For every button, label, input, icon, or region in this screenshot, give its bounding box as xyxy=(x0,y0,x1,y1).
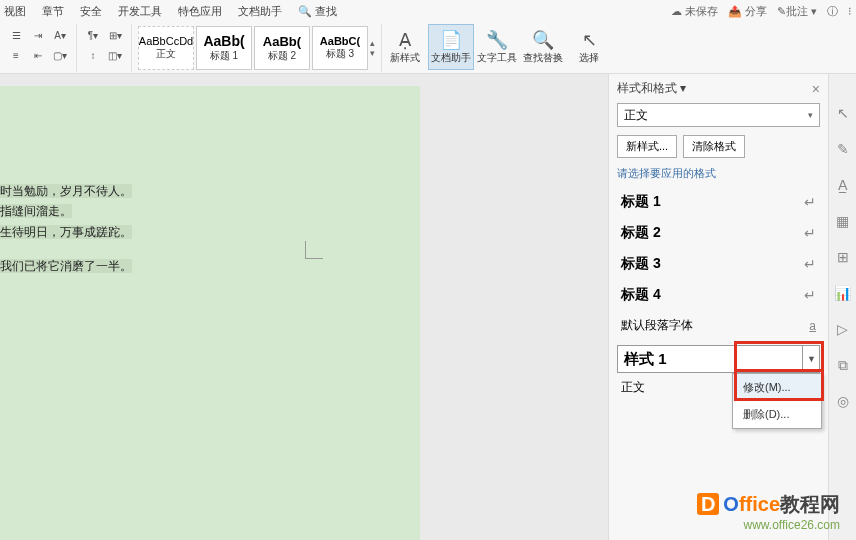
new-style-icon: Ạ xyxy=(399,29,411,51)
pointer-icon: ↖ xyxy=(582,29,597,51)
styles-panel: 样式和格式 ▾ × 正文▾ 新样式... 清除格式 请选择要应用的格式 标题 1… xyxy=(608,74,828,540)
style-item-h3[interactable]: 标题 3↵ xyxy=(617,249,820,280)
find-replace-button[interactable]: 🔍 查找替换 xyxy=(520,24,566,70)
context-menu: 修改(M)... 删除(D)... xyxy=(732,373,822,429)
bullets-icon[interactable]: ≡ xyxy=(6,46,26,64)
select-button[interactable]: ↖ 选择 xyxy=(566,24,612,70)
new-style-button[interactable]: Ạ 新样式 xyxy=(382,24,428,70)
new-style-btn[interactable]: 新样式... xyxy=(617,135,677,158)
outdent-icon[interactable]: ⇤ xyxy=(28,46,48,64)
watermark-url: www.office26.com xyxy=(697,518,840,532)
ribbon-toolbar: ☰ ⇥ A▾ ≡ ⇤ ▢▾ ¶▾ ⊞▾ ↕ ◫▾ AaBbCcDd 正 xyxy=(0,22,856,74)
menu-special[interactable]: 特色应用 xyxy=(178,4,222,19)
document-page: 时当勉励，岁月不待人。 指缝间溜走。 生待明日，万事成蹉跎。 我们已将它消磨了一… xyxy=(0,86,420,540)
style-h1[interactable]: AaBb( 标题 1 xyxy=(196,26,252,70)
play-icon[interactable]: ▷ xyxy=(834,320,852,338)
style-item-h4[interactable]: 标题 4↵ xyxy=(617,280,820,311)
menu-docassist[interactable]: 文档助手 xyxy=(238,4,282,19)
edit-icon[interactable]: ✎ xyxy=(834,140,852,158)
text-tool-button[interactable]: 🔧 文字工具 xyxy=(474,24,520,70)
sort-icon[interactable]: ↕ xyxy=(83,46,103,64)
menu-security[interactable]: 安全 xyxy=(80,4,102,19)
text-line[interactable]: 生待明日，万事成蹉跎。 xyxy=(0,225,132,239)
text-line[interactable]: 我们已将它消磨了一半。 xyxy=(0,259,132,273)
help-icon[interactable]: ⓘ xyxy=(827,4,838,19)
ctx-modify[interactable]: 修改(M)... xyxy=(733,374,821,401)
panel-title: 样式和格式 ▾ xyxy=(617,80,686,97)
logo-icon: D xyxy=(697,493,719,515)
format-icon[interactable]: ▢▾ xyxy=(50,46,70,64)
fill-icon[interactable]: ◫▾ xyxy=(105,46,125,64)
menu-bar: 视图 章节 安全 开发工具 特色应用 文档助手 🔍 查找 ☁ 未保存 📤 分享 … xyxy=(0,0,856,22)
style-select-box[interactable]: 样式 1 xyxy=(617,345,820,373)
style-item-default-font[interactable]: 默认段落字体a xyxy=(617,311,820,341)
doc-assist-icon: 📄 xyxy=(440,29,462,51)
unsaved-indicator[interactable]: ☁ 未保存 xyxy=(671,4,718,19)
chart-icon[interactable]: 📊 xyxy=(834,284,852,302)
doc-assist-button[interactable]: 📄 文档助手 xyxy=(428,24,474,70)
clear-format-btn[interactable]: 清除格式 xyxy=(683,135,745,158)
ctx-delete[interactable]: 删除(D)... xyxy=(733,401,821,428)
menu-view[interactable]: 视图 xyxy=(4,4,26,19)
close-icon[interactable]: × xyxy=(812,81,820,97)
search-button[interactable]: 🔍 查找 xyxy=(298,4,353,19)
right-rail: ↖ ✎ A̲ ▦ ⊞ 📊 ▷ ⧉ ◎ xyxy=(828,74,856,540)
style-h3[interactable]: AaBbC( 标题 3 xyxy=(312,26,368,70)
layout-icon[interactable]: ▦ xyxy=(834,212,852,230)
copy-icon[interactable]: ⧉ xyxy=(834,356,852,374)
style-item-h1[interactable]: 标题 1↵ xyxy=(617,187,820,218)
pointer-icon[interactable]: ↖ xyxy=(834,104,852,122)
font-icon[interactable]: A▾ xyxy=(50,26,70,44)
current-style-select[interactable]: 正文▾ xyxy=(617,103,820,127)
text-line[interactable]: 时当勉励，岁月不待人。 xyxy=(0,184,132,198)
list-icon[interactable]: ☰ xyxy=(6,26,26,44)
share-button[interactable]: 📤 分享 xyxy=(728,4,767,19)
text-line[interactable]: 指缝间溜走。 xyxy=(0,204,72,218)
align-icon[interactable]: ¶▾ xyxy=(83,26,103,44)
circle-icon[interactable]: ◎ xyxy=(834,392,852,410)
text-icon[interactable]: A̲ xyxy=(834,176,852,194)
style-normal[interactable]: AaBbCcDd 正文 xyxy=(138,26,194,70)
indent-icon[interactable]: ⇥ xyxy=(28,26,48,44)
search-icon: 🔍 xyxy=(532,29,554,51)
menu-devtools[interactable]: 开发工具 xyxy=(118,4,162,19)
chevron-down-icon[interactable]: ▼ xyxy=(802,345,820,373)
border-icon[interactable]: ⊞▾ xyxy=(105,26,125,44)
menu-chapter[interactable]: 章节 xyxy=(42,4,64,19)
text-tool-icon: 🔧 xyxy=(486,29,508,51)
panel-hint: 请选择要应用的格式 xyxy=(617,166,820,181)
more-icon[interactable]: ⁝ xyxy=(848,5,852,18)
grid-icon[interactable]: ⊞ xyxy=(834,248,852,266)
style-h2[interactable]: AaBb( 标题 2 xyxy=(254,26,310,70)
document-area[interactable]: 时当勉励，岁月不待人。 指缝间溜走。 生待明日，万事成蹉跎。 我们已将它消磨了一… xyxy=(0,74,608,540)
style-item-h2[interactable]: 标题 2↵ xyxy=(617,218,820,249)
watermark: DOffice教程网 www.office26.com xyxy=(697,491,840,532)
page-corner-mark xyxy=(305,241,323,259)
annotate-button[interactable]: ✎批注 ▾ xyxy=(777,4,817,19)
